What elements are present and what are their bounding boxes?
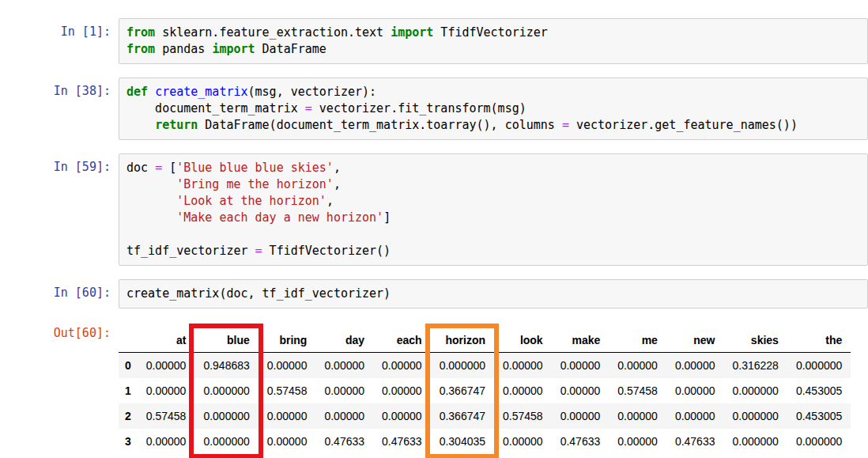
- table-cell: 0.000000: [194, 429, 258, 454]
- row-index: 3: [119, 429, 138, 454]
- code-token: vectorizer.get_feature_names()): [569, 118, 798, 132]
- table-cell: 0.453005: [787, 378, 851, 403]
- table-cell: 0.57458: [259, 378, 316, 403]
- table-cell: 0.00000: [315, 378, 373, 403]
- column-header-day: day: [315, 328, 373, 353]
- code-token-fn: create_matrix: [155, 85, 247, 99]
- column-header-horizon: horizon: [431, 328, 494, 353]
- code-token: document_term_matrix: [126, 101, 305, 115]
- table-row: 10.000000.0000000.574580.000000.000000.3…: [119, 378, 851, 403]
- table-row: 30.000000.0000000.000000.476330.476330.3…: [119, 429, 851, 454]
- index-header: [119, 328, 138, 353]
- input-prompt: In [59]:: [0, 153, 119, 176]
- table-cell: 0.948683: [194, 353, 258, 379]
- table-cell: 0.00000: [552, 403, 609, 429]
- table-cell: 0.000000: [723, 429, 787, 454]
- notebook-cells: In [1]:from sklearn.feature_extraction.t…: [0, 0, 868, 308]
- code-token-kw: from: [126, 42, 155, 56]
- code-input[interactable]: from sklearn.feature_extraction.text imp…: [119, 18, 868, 64]
- table-cell: 0.00000: [315, 353, 373, 379]
- code-token-kw: def: [126, 85, 148, 99]
- code-token: ,: [326, 194, 334, 208]
- table-cell: 0.00000: [494, 429, 552, 454]
- column-header-at: at: [138, 328, 195, 353]
- table-cell: 0.57458: [138, 403, 195, 429]
- table-cell: 0.00000: [552, 353, 609, 379]
- code-cell: In [59]:doc = ['Blue blue blue skies', '…: [0, 153, 868, 266]
- code-cell: In [38]:def create_matrix(msg, vectorize…: [0, 78, 868, 140]
- code-token: pandas: [155, 42, 212, 56]
- table-cell: 0.47633: [666, 429, 724, 454]
- code-input[interactable]: create_matrix(doc, tf_idf_vectorizer): [119, 279, 868, 308]
- code-token: [126, 118, 155, 132]
- code-token-str: 'Bring me the horizon': [176, 177, 334, 191]
- table-cell: 0.00000: [494, 353, 552, 379]
- table-cell: 0.000000: [723, 378, 787, 403]
- table-cell: 0.00000: [666, 403, 724, 429]
- table-cell: 0.000000: [723, 403, 787, 429]
- code-token: create_matrix(doc, tf_idf_vectorizer): [126, 286, 391, 301]
- table-row: 00.000000.9486830.000000.000000.000000.0…: [119, 353, 851, 379]
- code-text: from sklearn.feature_extraction.text imp…: [126, 25, 860, 58]
- table-cell: 0.47633: [552, 429, 609, 454]
- code-token-str: 'Make each day a new horizon': [176, 210, 383, 225]
- code-token-kw: import: [212, 42, 255, 56]
- code-token: ]: [383, 210, 391, 225]
- table-cell: 0.00000: [609, 403, 666, 429]
- table-cell: 0.453005: [787, 403, 851, 429]
- table-cell: 0.00000: [666, 353, 724, 379]
- code-token: TfidfVectorizer: [433, 25, 548, 40]
- code-text: def create_matrix(msg, vectorizer): docu…: [126, 84, 860, 134]
- table-cell: 0.00000: [259, 429, 316, 454]
- code-token: DataFrame: [255, 42, 326, 56]
- code-cell: In [60]:create_matrix(doc, tf_idf_vector…: [0, 279, 868, 308]
- column-header-skies: skies: [723, 328, 787, 353]
- code-token-str: 'Blue blue blue skies': [176, 161, 334, 175]
- code-input[interactable]: def create_matrix(msg, vectorizer): docu…: [119, 78, 868, 140]
- table-cell: 0.00000: [315, 403, 373, 429]
- output-cell: Out[60]: atbluebringdayeachhorizonlookma…: [0, 322, 868, 454]
- table-head: atbluebringdayeachhorizonlookmakemenewsk…: [119, 328, 851, 353]
- code-text: create_matrix(doc, tf_idf_vectorizer): [126, 286, 860, 302]
- column-header-me: me: [609, 328, 666, 353]
- column-header-look: look: [494, 328, 552, 353]
- column-header-new: new: [666, 328, 724, 353]
- table-cell: 0.366747: [431, 403, 494, 429]
- table-cell: 0.00000: [259, 353, 316, 379]
- output-prompt: Out[60]:: [0, 322, 119, 342]
- code-token: sklearn.feature_extraction.text: [155, 25, 391, 40]
- code-token: [148, 85, 155, 99]
- column-header-blue: blue: [194, 328, 258, 353]
- table-cell: 0.000000: [787, 353, 851, 379]
- table-cell: 0.000000: [194, 403, 258, 429]
- column-header-bring: bring: [259, 328, 316, 353]
- code-token: DataFrame(document_term_matrix.toarray()…: [198, 118, 562, 132]
- table-cell: 0.366747: [431, 378, 494, 403]
- column-header-each: each: [373, 328, 431, 353]
- code-token-op: =: [305, 101, 312, 115]
- table-cell: 0.00000: [552, 378, 609, 403]
- table-cell: 0.00000: [259, 403, 316, 429]
- code-token: ,: [334, 177, 341, 191]
- code-token: vectorizer.fit_transform(msg): [312, 101, 526, 115]
- row-index: 0: [119, 353, 138, 379]
- input-prompt: In [38]:: [0, 78, 119, 100]
- input-prompt: In [60]:: [0, 279, 119, 301]
- table-cell: 0.47633: [315, 429, 373, 454]
- code-text: doc = ['Blue blue blue skies', 'Bring me…: [126, 160, 860, 259]
- code-token: [126, 194, 176, 208]
- column-header-the: the: [787, 328, 851, 353]
- table-cell: 0.000000: [194, 378, 258, 403]
- table-row: 20.574580.0000000.000000.000000.000000.3…: [119, 403, 851, 429]
- code-token-str: 'Look at the horizon': [176, 194, 326, 208]
- table-body: 00.000000.9486830.000000.000000.000000.0…: [119, 353, 851, 455]
- code-input[interactable]: doc = ['Blue blue blue skies', 'Bring me…: [119, 153, 868, 266]
- header-row: atbluebringdayeachhorizonlookmakemenewsk…: [119, 328, 851, 353]
- table-cell: 0.00000: [666, 378, 724, 403]
- code-token: (msg, vectorizer):: [248, 85, 377, 99]
- jupyter-notebook: In [1]:from sklearn.feature_extraction.t…: [0, 0, 868, 458]
- table-cell: 0.000000: [431, 353, 494, 379]
- code-token-op: =: [255, 244, 262, 258]
- code-token-kw: import: [391, 25, 433, 40]
- table-cell: 0.00000: [373, 378, 431, 403]
